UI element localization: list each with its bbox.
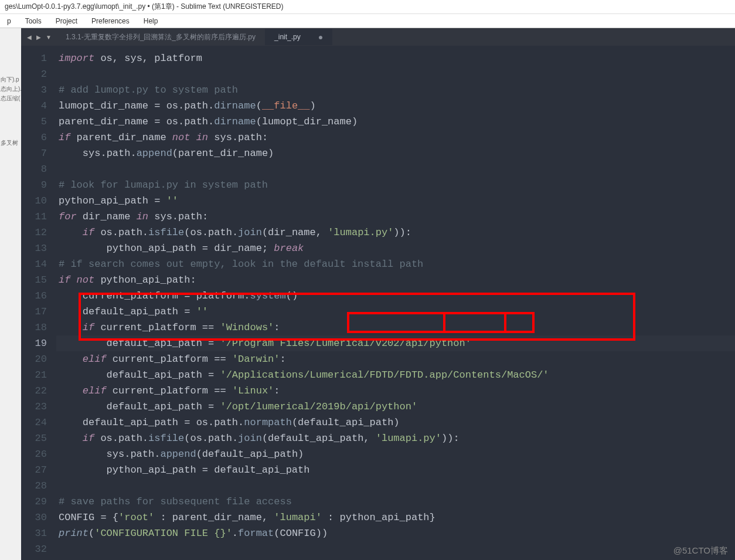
dirty-indicator-icon: ● [318, 32, 323, 42]
code-line[interactable]: python_api_path = '' [56, 193, 735, 209]
sidebar-file[interactable]: 多叉树 [0, 138, 21, 148]
code-line[interactable]: CONFIG = {'root' : parent_dir_name, 'lum… [56, 510, 735, 525]
line-number: 32 [26, 541, 47, 557]
line-number: 20 [26, 351, 47, 367]
tabbar: ◀ ▶ ▼ 1.3.1-无重复数字全排列_回溯算法_多叉树的前序后序遍历.py … [21, 28, 735, 46]
line-number: 31 [26, 525, 47, 541]
code-line[interactable]: sys.path.append(default_api_path) [56, 446, 735, 462]
sidebar-file[interactable]: 态压缩( [0, 94, 21, 103]
line-number: 1 [26, 50, 47, 66]
code-line[interactable]: # if search comes out empty, look in the… [56, 256, 735, 272]
code-line[interactable]: lumopt_dir_name = os.path.dirname(__file… [56, 98, 735, 114]
line-number: 30 [26, 510, 47, 525]
sidebar-file[interactable]: 态向上). [0, 84, 21, 94]
line-number: 19 [26, 335, 47, 351]
code-line[interactable]: default_api_path = os.path.normpath(defa… [56, 415, 735, 430]
line-number: 12 [26, 225, 47, 240]
code-line[interactable]: python_api_path = default_api_path [56, 462, 735, 478]
sidebar-file[interactable]: 向下).p [0, 75, 21, 84]
menu-item-help[interactable]: Help [137, 16, 165, 26]
code-line[interactable]: if current_platform == 'Windows': [56, 320, 735, 335]
tab-dropdown-icon[interactable]: ▼ [45, 33, 53, 42]
code-line[interactable]: if not python_api_path: [56, 272, 735, 288]
line-number: 4 [26, 98, 47, 114]
tab-prev-icon[interactable]: ◀ [26, 33, 33, 42]
line-number: 29 [26, 494, 47, 510]
line-number: 24 [26, 415, 47, 430]
line-number: 10 [26, 193, 47, 209]
tab-label: _init_.py [274, 33, 301, 41]
code-content[interactable]: import os, sys, platform# add lumopt.py … [56, 46, 735, 560]
line-number: 3 [26, 82, 47, 98]
line-number: 18 [26, 320, 47, 335]
line-number: 6 [26, 130, 47, 145]
line-number: 15 [26, 272, 47, 288]
code-line[interactable]: if os.path.isfile(os.path.join(dir_name,… [56, 225, 735, 240]
line-number: 26 [26, 446, 47, 462]
code-line[interactable]: import os, sys, platform [56, 50, 735, 66]
line-number: 28 [26, 478, 47, 494]
line-number: 25 [26, 430, 47, 446]
code-line[interactable]: if os.path.isfile(os.path.join(default_a… [56, 430, 735, 446]
code-line[interactable] [56, 478, 735, 494]
menu-item-project[interactable]: Project [49, 16, 84, 26]
code-line[interactable]: elif current_platform == 'Linux': [56, 383, 735, 399]
line-number: 27 [26, 462, 47, 478]
code-line[interactable]: parent_dir_name = os.path.dirname(lumopt… [56, 114, 735, 130]
code-line[interactable]: elif current_platform == 'Darwin': [56, 351, 735, 367]
code-line[interactable] [56, 541, 735, 557]
tab-nav: ◀ ▶ ▼ [26, 33, 53, 42]
window-title: ges\LumOpt-0.0.1-py3.7.egg\lumopt\_init_… [5, 2, 284, 11]
code-editor[interactable]: 1234567891011121314151617181920212223242… [21, 46, 735, 560]
code-line[interactable] [56, 66, 735, 82]
code-line[interactable]: current_platform = platform.system() [56, 288, 735, 304]
menu-item[interactable]: p [0, 16, 18, 26]
tab-inactive[interactable]: 1.3.1-无重复数字全排列_回溯算法_多叉树的前序后序遍历.py [56, 29, 265, 46]
tab-next-icon[interactable]: ▶ [35, 33, 42, 42]
tab-active[interactable]: _init_.py ● [265, 29, 332, 45]
code-line[interactable]: # add lumopt.py to system path [56, 82, 735, 98]
code-line[interactable] [56, 161, 735, 177]
line-number: 16 [26, 288, 47, 304]
code-line[interactable]: default_api_path = '' [56, 304, 735, 320]
editor-area: ◀ ▶ ▼ 1.3.1-无重复数字全排列_回溯算法_多叉树的前序后序遍历.py … [21, 28, 735, 560]
code-line[interactable]: # look for lumapi.py in system path [56, 177, 735, 193]
code-line[interactable]: for dir_name in sys.path: [56, 209, 735, 225]
code-line[interactable]: # save paths for subsequent file access [56, 494, 735, 510]
sidebar: 向下).p 态向上). 态压缩( 多叉树 [0, 28, 21, 560]
code-line[interactable]: default_api_path = '/opt/lumerical/2019b… [56, 399, 735, 415]
line-number: 13 [26, 240, 47, 256]
line-number: 14 [26, 256, 47, 272]
tab-label: 1.3.1-无重复数字全排列_回溯算法_多叉树的前序后序遍历.py [66, 32, 256, 42]
line-number: 7 [26, 145, 47, 161]
line-number: 9 [26, 177, 47, 193]
watermark: @51CTO博客 [673, 545, 728, 556]
line-number: 22 [26, 383, 47, 399]
line-number: 8 [26, 161, 47, 177]
menu-item-tools[interactable]: Tools [18, 16, 49, 26]
code-line[interactable]: default_api_path = '/Program Files/Lumer… [56, 335, 735, 351]
code-line[interactable]: python_api_path = dir_name; break [56, 240, 735, 256]
code-line[interactable]: if parent_dir_name not in sys.path: [56, 130, 735, 145]
line-number: 21 [26, 367, 47, 383]
code-line[interactable]: print('CONFIGURATION FILE {}'.format(CON… [56, 525, 735, 541]
window-titlebar: ges\LumOpt-0.0.1-py3.7.egg\lumopt\_init_… [0, 0, 735, 14]
line-number: 23 [26, 399, 47, 415]
line-number-gutter: 1234567891011121314151617181920212223242… [21, 46, 56, 560]
menu-item-preferences[interactable]: Preferences [84, 16, 137, 26]
line-number: 11 [26, 209, 47, 225]
menubar: p Tools Project Preferences Help [0, 14, 735, 28]
code-line[interactable]: sys.path.append(parent_dir_name) [56, 145, 735, 161]
line-number: 5 [26, 114, 47, 130]
line-number: 2 [26, 66, 47, 82]
line-number: 17 [26, 304, 47, 320]
code-line[interactable]: default_api_path = '/Applications/Lumeri… [56, 367, 735, 383]
